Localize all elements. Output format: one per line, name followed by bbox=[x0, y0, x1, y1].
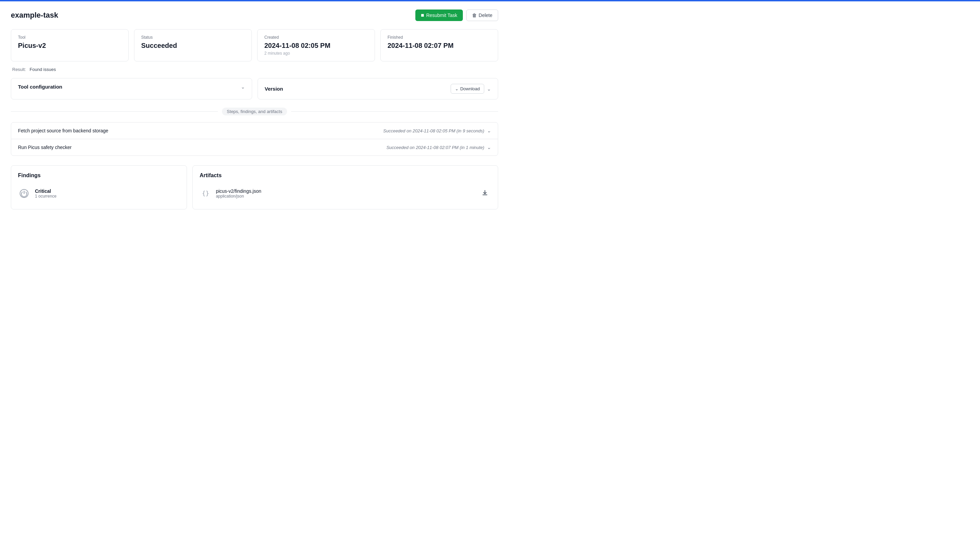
created-sub: 2 minutes ago bbox=[264, 51, 368, 56]
tool-config-title: Tool configuration bbox=[18, 84, 62, 89]
version-inner: Version ⌄ Download ⌄ bbox=[258, 78, 498, 99]
download-button[interactable]: ⌄ Download bbox=[451, 84, 484, 94]
status-label: Status bbox=[141, 35, 245, 40]
result-line: Result: Found issues bbox=[11, 67, 498, 72]
finished-value: 2024-11-08 02:07 PM bbox=[388, 42, 491, 49]
version-chevron-icon: ⌄ bbox=[487, 86, 491, 92]
steps-container: Fetch project source from backend storag… bbox=[11, 122, 498, 156]
step-name: Fetch project source from backend storag… bbox=[18, 128, 108, 134]
result-value: Found issues bbox=[30, 67, 56, 72]
created-card: Created 2024-11-08 02:05 PM 2 minutes ag… bbox=[257, 29, 375, 61]
step-row[interactable]: Fetch project source from backend storag… bbox=[11, 123, 498, 139]
tool-value: Picus-v2 bbox=[18, 42, 121, 49]
info-cards: Tool Picus-v2 Status Succeeded Created 2… bbox=[11, 29, 498, 61]
artifact-left: {} picus-v2/findings.json application/js… bbox=[199, 187, 261, 199]
page-title: example-task bbox=[11, 11, 58, 20]
finished-card: Finished 2024-11-08 02:07 PM bbox=[380, 29, 498, 61]
findings-title: Findings bbox=[18, 172, 180, 178]
divider-text: Steps, findings, and artifacts bbox=[222, 108, 287, 115]
download-chevron-icon: ⌄ bbox=[455, 86, 458, 91]
status-card: Status Succeeded bbox=[134, 29, 252, 61]
artifacts-title: Artifacts bbox=[199, 172, 491, 178]
artifact-info: picus-v2/findings.json application/json bbox=[216, 188, 261, 199]
version-title: Version bbox=[265, 86, 283, 92]
step-row[interactable]: Run Picus safety checker Succeeded on 20… bbox=[11, 139, 498, 155]
tool-config-chevron-icon: ⌄ bbox=[241, 84, 245, 89]
finding-severity: Critical bbox=[35, 188, 56, 194]
finished-label: Finished bbox=[388, 35, 491, 40]
step-status: Succeeded on 2024-11-08 02:07 PM (in 1 m… bbox=[387, 145, 491, 150]
step-status-text: Succeeded on 2024-11-08 02:05 PM (in 9 s… bbox=[383, 128, 484, 134]
resubmit-task-button[interactable]: ■ Resubmit Task bbox=[415, 10, 463, 21]
tool-card: Tool Picus-v2 bbox=[11, 29, 129, 61]
step-name: Run Picus safety checker bbox=[18, 145, 72, 150]
svg-text:{}: {} bbox=[202, 190, 209, 197]
step-chevron-icon: ⌄ bbox=[487, 145, 491, 150]
status-value: Succeeded bbox=[141, 42, 245, 49]
tool-label: Tool bbox=[18, 35, 121, 40]
resubmit-icon: ■ bbox=[421, 12, 424, 18]
finding-count: 1 ocurrence bbox=[35, 194, 56, 199]
config-version-row: Tool configuration ⌄ Version ⌄ Download … bbox=[11, 78, 498, 99]
created-label: Created bbox=[264, 35, 368, 40]
page-header: example-task ■ Resubmit Task 🗑 Delete bbox=[11, 10, 498, 21]
step-chevron-icon: ⌄ bbox=[487, 128, 491, 134]
version-section: Version ⌄ Download ⌄ bbox=[258, 78, 498, 99]
findings-artifacts-row: Findings Critical 1 ocurrence Artifacts bbox=[11, 165, 498, 209]
artifact-type: application/json bbox=[216, 194, 261, 199]
finding-info: Critical 1 ocurrence bbox=[35, 188, 56, 199]
findings-panel: Findings Critical 1 ocurrence bbox=[11, 165, 187, 209]
tool-config-header[interactable]: Tool configuration ⌄ bbox=[11, 78, 252, 95]
json-file-icon: {} bbox=[199, 187, 212, 199]
header-actions: ■ Resubmit Task 🗑 Delete bbox=[415, 10, 498, 21]
steps-divider: Steps, findings, and artifacts bbox=[11, 108, 498, 115]
finding-item: Critical 1 ocurrence bbox=[18, 185, 180, 202]
artifact-name: picus-v2/findings.json bbox=[216, 188, 261, 194]
trash-icon: 🗑 bbox=[472, 13, 477, 18]
created-value: 2024-11-08 02:05 PM bbox=[264, 42, 368, 49]
result-label: Result: bbox=[12, 67, 26, 72]
artifact-download-button[interactable] bbox=[479, 188, 491, 199]
delete-button[interactable]: 🗑 Delete bbox=[466, 10, 498, 21]
step-status-text: Succeeded on 2024-11-08 02:07 PM (in 1 m… bbox=[387, 145, 484, 150]
critical-icon bbox=[18, 187, 30, 199]
tool-config-section: Tool configuration ⌄ bbox=[11, 78, 252, 99]
version-actions: ⌄ Download ⌄ bbox=[451, 84, 491, 94]
step-status: Succeeded on 2024-11-08 02:05 PM (in 9 s… bbox=[383, 128, 491, 134]
artifacts-panel: Artifacts {} picus-v2/findings.json appl… bbox=[192, 165, 498, 209]
artifact-item: {} picus-v2/findings.json application/js… bbox=[199, 185, 491, 202]
